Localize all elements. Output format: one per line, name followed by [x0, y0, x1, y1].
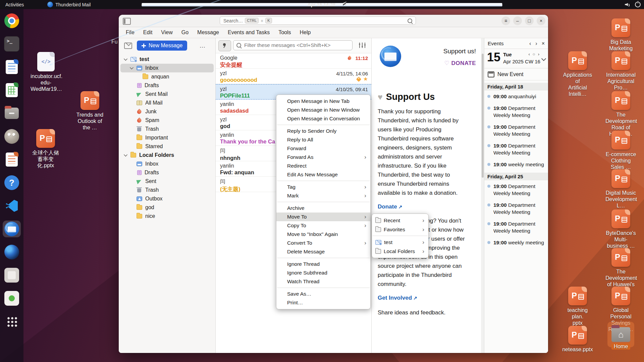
reading-pane-scrollbar[interactable]	[481, 38, 484, 353]
close-button[interactable]: ×	[537, 16, 545, 25]
folder-inbox[interactable]: Inbox	[120, 64, 214, 72]
folder-test[interactable]: test	[120, 55, 214, 64]
folder-nice[interactable]: nice	[120, 212, 214, 221]
folder-trash[interactable]: Trash	[120, 125, 214, 133]
dock-vscode[interactable]	[3, 197, 21, 214]
dock-libreoffice-calc[interactable]	[3, 82, 21, 99]
event-item[interactable]: 19:00 weekly meeting	[484, 237, 548, 248]
desktop-file-ecommerce-clothing[interactable]: E-commerceClothing Sales …	[605, 131, 636, 170]
menu-item-delete-message[interactable]: Delete Message	[276, 247, 370, 256]
menu-item-redirect[interactable]: Redirect	[276, 162, 370, 170]
desktop-file-development-road-huawei[interactable]: The DevelopmentRoad of Huawei…	[605, 91, 636, 137]
desktop-file-teaching-plan[interactable]: teaching plan.pptx	[562, 287, 593, 326]
event-item[interactable]: 19:00 weekly meeting	[484, 159, 548, 170]
menu-item-forward-as[interactable]: Forward As›	[276, 153, 370, 162]
menu-item-open-message-in-new-window[interactable]: Open Message in New Window	[276, 106, 370, 114]
message-row-goooooooood[interactable]: yzlgoooooooood4/11/25, 14:06★	[216, 69, 371, 84]
dock-chrome[interactable]	[3, 12, 21, 29]
menu-item-local-folders[interactable]: Local Folders›	[372, 247, 428, 256]
expand-chevron-icon[interactable]	[130, 65, 133, 69]
activities-button[interactable]: Activities	[5, 2, 24, 7]
event-item[interactable]: 19:00 Department Weekly Meeting	[484, 140, 548, 159]
desktop-file-applications-ai[interactable]: Applications ofArtificial Intelli…	[562, 51, 593, 97]
folder-spam[interactable]: Spam	[120, 116, 214, 125]
folder-drafts[interactable]: Drafts	[120, 81, 214, 90]
menu-item-copy-to[interactable]: Copy To›	[276, 221, 370, 230]
menu-item-tag[interactable]: Tag›	[276, 183, 370, 191]
folder-sent[interactable]: Sent	[120, 177, 214, 186]
menu-item-recent[interactable]: Recent›	[372, 216, 428, 225]
new-message-button[interactable]: New Message	[137, 41, 187, 51]
menu-item-watch-thread[interactable]: Watch Thread	[276, 277, 370, 286]
folder-all-mail[interactable]: All Mail	[120, 99, 214, 107]
menu-item-ignore-subthread[interactable]: Ignore Subthread	[276, 268, 370, 277]
mail-tag-icon[interactable]	[124, 43, 132, 49]
focused-app-title[interactable]: Thunderbird Mail	[47, 2, 91, 7]
expand-chevron-icon[interactable]	[124, 153, 127, 156]
donate-link[interactable]: Donate	[378, 203, 402, 210]
menu-item-forward[interactable]: Forward	[276, 144, 370, 153]
folder-inbox[interactable]: Inbox	[120, 160, 214, 168]
menu-item-convert-to[interactable]: Convert To›	[276, 239, 370, 247]
system-status-area[interactable]	[625, 0, 641, 9]
desktop-file-international-agricultural[interactable]: InternationalAgricultural Pro…	[605, 51, 636, 91]
message-list-display-options-icon[interactable]	[359, 43, 365, 48]
folder-important[interactable]: Important	[120, 133, 214, 142]
event-item[interactable]: 19:00 Department Weekly Meeting	[484, 199, 548, 218]
folder-junk[interactable]: Junk	[120, 107, 214, 116]
menu-item-ignore-thread[interactable]: Ignore Thread	[276, 260, 370, 268]
event-item[interactable]: 19:00 Department Weekly Meeting	[484, 180, 548, 199]
menu-item-edit-as-new-message[interactable]: Edit As New Message	[276, 170, 370, 179]
calendar-collapse-chevron-icon[interactable]	[541, 56, 546, 61]
day-prev-button[interactable]: ‹	[528, 52, 530, 57]
global-search-input[interactable]: Search… CTRL + K	[220, 16, 416, 25]
desktop-file-global-savings-cn[interactable]: 全球个人储蓄率变化.pptx	[30, 129, 61, 169]
menu-message[interactable]: Message	[193, 29, 223, 36]
day-next-button[interactable]: ›	[538, 52, 539, 57]
dock-terminal[interactable]	[3, 36, 21, 52]
menu-item-test[interactable]: test›	[372, 238, 428, 247]
menu-tools[interactable]: Tools	[274, 29, 295, 36]
event-item[interactable]: 19:00 Department Weekly Meeting	[484, 102, 548, 121]
desktop-file-digital-music[interactable]: Digital MusicDevelopment L…	[605, 169, 636, 209]
quick-filter-pin-button[interactable]	[218, 40, 231, 51]
event-item[interactable]: 09:00 anquanhuiyi	[484, 90, 548, 102]
menu-events-and-tasks[interactable]: Events and Tasks	[223, 29, 274, 36]
dock-boxes[interactable]	[3, 267, 21, 284]
menu-item-mark[interactable]: Mark›	[276, 191, 370, 200]
dock-files[interactable]	[3, 105, 21, 122]
folder-drafts[interactable]: Drafts	[120, 168, 214, 177]
desktop-file-home[interactable]: Home	[605, 322, 636, 350]
star-icon[interactable]: ★	[363, 77, 368, 81]
folder-pane-options-button[interactable]: …	[199, 42, 206, 49]
events-prev-button[interactable]: ‹	[529, 41, 531, 47]
dock-software[interactable]	[3, 290, 21, 307]
events-next-button[interactable]: ›	[535, 41, 537, 47]
menu-item-save-as[interactable]: Save As…	[276, 290, 370, 298]
dock-firefox[interactable]	[3, 244, 21, 260]
sidebar-toggle-icon[interactable]	[123, 18, 131, 25]
folder-outbox[interactable]: Outbox	[120, 194, 214, 203]
filter-input[interactable]	[244, 42, 349, 49]
menu-item-move-to-inbox-again[interactable]: Move to "Inbox" Again	[276, 230, 370, 239]
menu-item-move-to[interactable]: Move To›	[276, 213, 370, 221]
desktop-file-netease[interactable]: netease.pptx	[562, 326, 593, 353]
desktop-file-bytedance-multibusiness[interactable]: ByteDance'sMulti-business …	[605, 209, 636, 249]
menu-item-reply-to-all[interactable]: Reply to All	[276, 135, 370, 144]
menu-item-open-message-in-new-tab[interactable]: Open Message in New Tab	[276, 97, 370, 106]
new-event-button[interactable]: New Event	[484, 68, 548, 80]
dock-thunderbird[interactable]	[3, 221, 21, 237]
minimize-button[interactable]: –	[513, 16, 522, 25]
menu-view[interactable]: View	[157, 29, 177, 36]
folder-trash[interactable]: Trash	[120, 186, 214, 194]
dock-gimp[interactable]	[3, 128, 21, 145]
message-row-安全提醒[interactable]: Google安全提醒11:12	[216, 53, 371, 69]
donate-button[interactable]: DONATE	[443, 60, 476, 67]
menu-go[interactable]: Go	[177, 29, 193, 36]
menu-item-reply-to-sender-only[interactable]: Reply to Sender Only	[276, 127, 370, 135]
event-item[interactable]: 19:00 Department Weekly Meeting	[484, 218, 548, 237]
app-menu-button[interactable]: ≡	[501, 16, 510, 25]
menu-help[interactable]: Help	[295, 29, 315, 36]
dock-libreoffice-writer[interactable]	[3, 59, 21, 75]
desktop-file-trends-outlook[interactable]: Trends andOutlook of the …	[74, 91, 105, 131]
